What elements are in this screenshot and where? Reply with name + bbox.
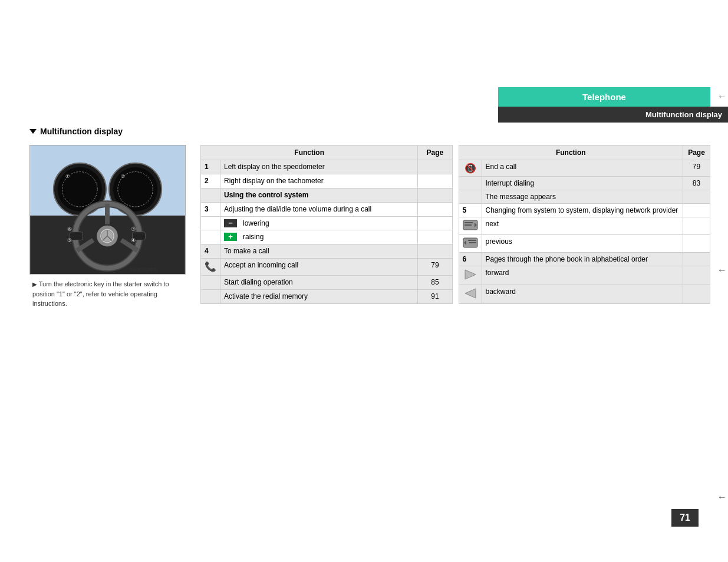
steering-wheel-image: ① ② <box>29 145 186 275</box>
page-number: 71 <box>671 509 699 527</box>
row-desc: Interrupt dialing <box>482 177 683 190</box>
table-row: Start dialing operation 85 <box>201 276 453 290</box>
row-page <box>683 217 710 235</box>
svg-text:①: ① <box>65 174 70 179</box>
svg-rect-29 <box>465 222 473 223</box>
row-num: 4 <box>201 244 220 259</box>
row-page <box>418 174 452 188</box>
row-icon-cell <box>459 285 482 304</box>
row-desc: Start dialing operation <box>220 276 418 290</box>
row-desc: backward <box>482 285 683 304</box>
arrow-tab-bot: ← <box>716 492 728 503</box>
row-page <box>418 216 452 230</box>
table-row: backward <box>459 285 710 304</box>
table-row: 📵 End a call 79 <box>459 160 710 177</box>
row-page: 85 <box>418 276 452 290</box>
svg-text:④: ④ <box>131 237 136 243</box>
right-table-page-header: Page <box>683 146 710 160</box>
row-page <box>683 285 710 304</box>
row-page <box>418 160 452 174</box>
row-desc: Left display on the speedometer <box>220 160 418 174</box>
row-icon-cell <box>201 230 220 244</box>
svg-text:⑥: ⑥ <box>67 226 72 232</box>
row-desc: Using the control system <box>220 188 418 202</box>
row-desc: End a call <box>482 160 683 177</box>
row-page: 79 <box>683 160 710 177</box>
left-table-func-header: Function <box>201 146 418 160</box>
table-row: 📞 Accept an incoming call 79 <box>201 259 453 276</box>
row-icon-cell <box>459 217 482 235</box>
row-num: 6 <box>459 253 482 266</box>
row-num: 1 <box>201 160 220 174</box>
table-row: Interrupt dialing 83 <box>459 177 710 190</box>
row-num: 2 <box>201 174 220 188</box>
image-caption: Turn the electronic key in the starter s… <box>29 279 183 309</box>
header-area: Telephone Multifunction display <box>498 87 728 123</box>
row-desc: The message appears <box>482 190 683 204</box>
row-page <box>683 190 710 204</box>
row-icon-cell <box>201 276 220 290</box>
row-page <box>683 266 710 285</box>
table-row: 3 Adjusting the dial/idle tone volume du… <box>201 202 453 216</box>
columns-wrapper: ① ② <box>29 145 710 309</box>
triangle-icon <box>29 129 37 134</box>
right-function-table: Function Page 📵 End a call 79 <box>459 145 711 304</box>
svg-rect-34 <box>469 242 476 243</box>
tables-section: Function Page 1 Left display on the spee… <box>200 145 710 304</box>
row-icon-cell: 📞 <box>201 259 220 276</box>
display-next-icon <box>463 220 478 230</box>
section-title: Multifunction display <box>29 127 710 136</box>
row-icon-cell <box>201 216 220 230</box>
svg-rect-21 <box>70 232 83 240</box>
svg-text:②: ② <box>121 174 125 179</box>
phone-end-icon: 📵 <box>465 163 476 173</box>
row-desc: Right display on the tachometer <box>220 174 418 188</box>
row-icon-cell <box>459 235 482 253</box>
row-page <box>418 202 452 216</box>
multifunction-bar-header: Multifunction display <box>498 107 728 123</box>
row-desc: Accept an incoming call <box>220 259 418 276</box>
table-row: 1 Left display on the speedometer <box>201 160 453 174</box>
row-icon-cell: 📵 <box>459 160 482 177</box>
forward-nav-icon <box>464 269 477 280</box>
row-page: 83 <box>683 177 710 190</box>
left-section: ① ② <box>29 145 200 309</box>
svg-text:③: ③ <box>131 226 136 232</box>
row-page <box>418 244 452 259</box>
plus-button-icon: + <box>224 233 237 241</box>
row-desc: + raising <box>220 230 418 244</box>
table-row: 5 Changing from system to system, displa… <box>459 204 710 217</box>
row-icon-cell <box>459 266 482 285</box>
backward-nav-icon <box>464 287 477 299</box>
svg-text:⑤: ⑤ <box>67 237 72 243</box>
row-icon-cell <box>459 190 482 204</box>
table-row: The message appears <box>459 190 710 204</box>
row-desc: previous <box>482 235 683 253</box>
display-prev-icon <box>463 237 478 248</box>
row-desc: To make a call <box>220 244 418 259</box>
svg-marker-37 <box>465 289 476 298</box>
row-desc: next <box>482 217 683 235</box>
row-icon-cell <box>201 290 220 304</box>
main-content: Multifunction display ① <box>29 127 710 309</box>
phone-accept-icon: 📞 <box>205 262 216 272</box>
row-desc: Changing from system to system, displayi… <box>482 204 683 217</box>
left-function-table: Function Page 1 Left display on the spee… <box>200 145 453 304</box>
minus-button-icon: − <box>224 219 237 227</box>
row-num: 5 <box>459 204 482 217</box>
table-row: Activate the redial memory 91 <box>201 290 453 304</box>
row-page <box>683 253 710 266</box>
row-desc: − lowering <box>220 216 418 230</box>
telephone-bar: Telephone <box>498 87 710 107</box>
svg-rect-30 <box>465 224 472 226</box>
row-desc: Adjusting the dial/idle tone volume duri… <box>220 202 418 216</box>
svg-text:046.50.Z230-31: 046.50.Z230-31 <box>130 267 159 272</box>
table-row: next <box>459 217 710 235</box>
table-row: 2 Right display on the tachometer <box>201 174 453 188</box>
table-row: − lowering <box>201 216 453 230</box>
row-desc: forward <box>482 266 683 285</box>
arrow-tab-mid: ← <box>716 265 728 276</box>
table-row: 6 Pages through the phone book in alphab… <box>459 253 710 266</box>
arrow-tab-top: ← <box>716 91 728 102</box>
row-page: 79 <box>418 259 452 276</box>
